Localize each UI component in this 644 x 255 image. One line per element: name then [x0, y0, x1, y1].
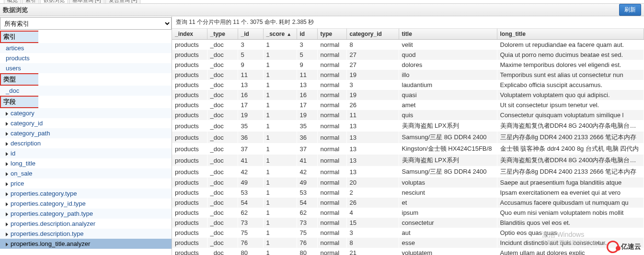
table-row[interactable]: products_doc313normal8velitDolorem ut re…	[172, 40, 644, 50]
cell-title: Samsung/三星 8G DDR4 2400	[399, 166, 497, 177]
cell-type: normal	[317, 198, 346, 208]
sidebar-item[interactable]: category_id	[0, 118, 172, 128]
cell-category_id: 27	[346, 50, 399, 60]
table-row[interactable]: products_doc919normal27doloresMaxime tem…	[172, 60, 644, 70]
column-header-category_id[interactable]: category_id	[346, 29, 399, 40]
sidebar-item[interactable]: properties.category_path.type	[0, 209, 172, 219]
sidebar-item[interactable]: products	[0, 53, 172, 63]
table-row[interactable]: products_doc49149normal20voluptasSaepe a…	[172, 177, 644, 188]
cell-type: normal	[317, 177, 346, 188]
table-row[interactable]: products_doc17117normal26ametUt sit cons…	[172, 100, 644, 110]
table-row[interactable]: products_doc54154normal26etAccusamus fac…	[172, 198, 644, 208]
top-tab[interactable]: 索引	[22, 0, 39, 4]
table-row[interactable]: products_doc11111normal19illoTemporibus …	[172, 70, 644, 80]
top-tab[interactable]: 数据浏览	[40, 0, 68, 4]
sidebar-item[interactable]: long_title	[0, 158, 172, 168]
expand-arrow-icon	[6, 142, 8, 146]
expand-arrow-icon	[6, 112, 8, 116]
expand-arrow-icon	[6, 182, 8, 186]
refresh-button[interactable]: 刷新	[619, 4, 641, 16]
sidebar-item[interactable]: category	[0, 108, 172, 118]
top-tab[interactable]: 基本查询 [+]	[69, 0, 104, 4]
column-header-type[interactable]: type	[317, 29, 346, 40]
sidebar-item[interactable]: properties.description.type	[0, 229, 172, 239]
sidebar-item[interactable]: properties.description.analyzer	[0, 219, 172, 229]
table-row[interactable]: products_doc41141normal13美商海盗船 LPX系列美商海盗…	[172, 155, 644, 166]
sidebar-item-label: properties.category.type	[11, 190, 77, 197]
column-header-_index[interactable]: _index	[172, 29, 207, 40]
cell-_score: 1	[263, 110, 297, 120]
table-row[interactable]: products_doc19119normal11quisConsectetur…	[172, 110, 644, 120]
table-row[interactable]: products_doc36136normal13Samsung/三星 8G D…	[172, 132, 644, 143]
sidebar-item[interactable]: on_sale	[0, 168, 172, 178]
sidebar-item[interactable]: properties.long_title.analyzer	[0, 239, 172, 249]
sidebar-item[interactable]: category_path	[0, 128, 172, 138]
cell-id: 73	[297, 218, 317, 228]
cell-_score: 1	[263, 208, 297, 218]
cell-long_title: Accusamus facere quibusdam ut numquam qu	[497, 198, 644, 208]
sidebar-item-label: products	[6, 55, 30, 62]
cell-title: 美商海盗船 LPX系列	[399, 155, 497, 166]
table-row[interactable]: products_doc515normal27quodQuia ut porro…	[172, 50, 644, 60]
table-row[interactable]: products_doc53153normal2nesciuntIpsam ex…	[172, 188, 644, 198]
cell-_score: 1	[263, 218, 297, 228]
column-header-_type[interactable]: _type	[207, 29, 238, 40]
sidebar-item[interactable]: properties.category.type	[0, 188, 172, 199]
cell-_index: products	[172, 50, 207, 60]
cell-_id: 19	[238, 110, 263, 120]
cell-_index: products	[172, 110, 207, 120]
column-header-long_title[interactable]: long_title	[497, 29, 644, 40]
top-tab[interactable]: 概览	[4, 0, 21, 4]
top-tabs: 概览索引数据浏览基本查询 [+]复合查询 [+]	[0, 0, 644, 4]
table-row[interactable]: products_doc73173normal15consecteturBlan…	[172, 218, 644, 228]
results-table-wrap[interactable]: _index_type_id_score▲idtypecategory_idti…	[172, 28, 644, 255]
cell-title: illo	[399, 70, 497, 80]
sidebar-item[interactable]: artices	[0, 43, 172, 53]
cell-_score: 1	[263, 188, 297, 198]
table-row[interactable]: products_doc75175normal3autOptio eos qua…	[172, 228, 644, 238]
cell-type: normal	[317, 218, 346, 228]
cell-_index: products	[172, 188, 207, 198]
table-row[interactable]: products_doc80180normal21voluptatemAutem…	[172, 248, 644, 255]
cell-id: 80	[297, 248, 317, 255]
title-bar: 数据浏览 刷新	[0, 4, 644, 16]
cell-type: normal	[317, 70, 346, 80]
cell-_type: _doc	[207, 238, 238, 248]
cell-title: quasi	[399, 90, 497, 100]
cell-_id: 76	[238, 238, 263, 248]
section-header-index: 索引	[0, 31, 38, 43]
sidebar-item[interactable]: properties.category_id.type	[0, 199, 172, 209]
cell-id: 36	[297, 132, 317, 143]
sidebar-item[interactable]: id	[0, 148, 172, 158]
results-table: _index_type_id_score▲idtypecategory_idti…	[172, 29, 644, 255]
cell-_id: 73	[238, 218, 263, 228]
top-tab[interactable]: 复合查询 [+]	[105, 0, 141, 4]
table-row[interactable]: products_doc37137normal13Kingston/金士顿 HX…	[172, 143, 644, 155]
table-row[interactable]: products_doc16116normal19quasiVoluptatem…	[172, 90, 644, 100]
sidebar-item-label: properties.description.type	[11, 230, 83, 237]
cell-type: normal	[317, 166, 346, 177]
column-header-_score[interactable]: _score▲	[263, 29, 297, 40]
cell-long_title: Blanditiis quos vel eos et.	[497, 218, 644, 228]
sidebar-item[interactable]: users	[0, 63, 172, 73]
sidebar-item[interactable]: price	[0, 178, 172, 188]
cell-type: normal	[317, 188, 346, 198]
table-row[interactable]: products_doc76176normal8esseIncidunt dis…	[172, 238, 644, 248]
cell-_index: products	[172, 60, 207, 70]
sidebar-item[interactable]: _doc	[0, 86, 172, 96]
table-row[interactable]: products_doc62162normal4ipsumQuo eum nis…	[172, 208, 644, 218]
index-select[interactable]: 所有索引	[0, 17, 172, 30]
table-row[interactable]: products_doc35135normal13美商海盗船 LPX系列美商海盗…	[172, 120, 644, 132]
column-header-title[interactable]: title	[399, 29, 497, 40]
cell-_id: 49	[238, 177, 263, 188]
column-header-id[interactable]: id	[297, 29, 317, 40]
sidebar-item[interactable]: description	[0, 138, 172, 148]
table-row[interactable]: products_doc42142normal13Samsung/三星 8G D…	[172, 166, 644, 177]
sidebar-item-label: category_id	[11, 120, 43, 127]
cell-type: normal	[317, 40, 346, 50]
cell-_id: 37	[238, 143, 263, 155]
expand-arrow-icon	[6, 243, 8, 246]
table-row[interactable]: products_doc13113normal3laudantiumExplic…	[172, 80, 644, 90]
cell-category_id: 2	[346, 188, 399, 198]
column-header-_id[interactable]: _id	[238, 29, 263, 40]
